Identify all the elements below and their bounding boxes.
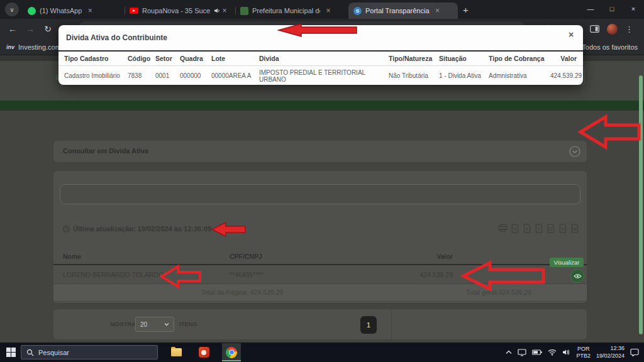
browser-menu-icon[interactable]: ⋮ (625, 25, 633, 34)
red-app-button[interactable] (194, 343, 213, 361)
totals-row: Total da Página: 424.539.29 Total geral:… (53, 284, 587, 300)
view-row-button[interactable] (570, 269, 584, 283)
export-xls-icon[interactable]: X (511, 224, 519, 233)
tab-portal-transparencia[interactable]: S Portal Transparência × (348, 3, 458, 19)
mh-setor: Setor (155, 55, 180, 62)
pagination-bar: MOSTRAR 20 ITENS 1 (53, 309, 587, 339)
eye-icon (574, 273, 582, 279)
results-table: Nome CPF/CNPJ Valor LORENO BERNARDO TOLA… (53, 249, 587, 300)
clock[interactable]: 12:3619/02/2024 (596, 345, 625, 359)
start-button[interactable] (6, 348, 16, 357)
screen: ∨ (1) WhatsApp × RoupaNova - 35 Sucessos… (0, 0, 644, 362)
tab-whatsapp[interactable]: (1) WhatsApp × (23, 3, 125, 19)
row-valor: 424.539.29 (399, 271, 453, 278)
taskbar: Pesquisar PORPTB2 12:3619/02/2024 (0, 343, 644, 362)
svg-text:X: X (514, 227, 517, 231)
clock-icon (63, 226, 70, 233)
file-explorer-button[interactable] (167, 343, 186, 361)
col-nome: Nome (63, 253, 230, 260)
mr-lote: 00000AREA A (211, 72, 259, 79)
chrome-icon (226, 347, 237, 358)
col-cpf: CPF/CNPJ (230, 253, 399, 260)
battery-icon[interactable] (532, 349, 542, 355)
export-pdf-icon[interactable]: P (523, 224, 531, 233)
wifi-icon[interactable] (548, 349, 557, 356)
tab-close-icon[interactable]: × (86, 6, 94, 15)
volume-icon[interactable] (562, 349, 570, 356)
tab-prefeitura[interactable]: Prefeitura Municipal de Quatro × (235, 3, 348, 19)
mr-setor: 0001 (155, 72, 180, 79)
export-txt-icon[interactable]: T (535, 224, 543, 233)
export-rtf-icon[interactable]: R (558, 224, 567, 233)
pagination-divider (391, 309, 392, 339)
page-banner-band (0, 101, 644, 111)
page-1-button[interactable]: 1 (360, 316, 377, 334)
browser-tab-strip: ∨ (1) WhatsApp × RoupaNova - 35 Sucessos… (0, 0, 644, 19)
visualizar-tooltip: Visualizar (550, 258, 584, 267)
close-button[interactable]: × (623, 0, 644, 18)
window-controls: — □ × (580, 0, 644, 19)
tab-search-button[interactable]: ∨ (5, 3, 19, 16)
notification-icon[interactable] (630, 348, 639, 356)
minimize-button[interactable]: — (580, 0, 601, 18)
mh-tipo-natureza: Tipo/Natureza (389, 55, 439, 62)
mr-divida: IMPOSTO PREDIAL E TERRITORIAL URBANO (259, 69, 389, 83)
modal-close-icon[interactable]: × (565, 30, 577, 40)
col-valor: Valor (399, 253, 453, 260)
tab-title: RoupaNova - 35 Sucessos ( (142, 7, 210, 14)
collapse-chevron-icon[interactable] (569, 146, 580, 160)
svg-text:C: C (550, 227, 553, 231)
tab-close-icon[interactable]: × (324, 6, 333, 15)
mh-codigo: Código (128, 55, 155, 62)
last-update: Última atualização: 19/02/2024 às 12:36:… (63, 225, 211, 233)
mh-lote: Lote (211, 55, 259, 62)
divida-ativa-modal: Divida Ativa do Contribuinte × Tipo Cada… (58, 25, 583, 85)
tab-roupanova[interactable]: RoupaNova - 35 Sucessos ( × (125, 3, 235, 19)
total-general: Total geral:424.539.29 (466, 288, 531, 296)
mh-tipo-cadastro: Tipo Cadastro (64, 55, 128, 62)
profile-avatar[interactable] (607, 24, 618, 35)
display-icon[interactable] (518, 349, 526, 356)
split-screen-icon[interactable] (590, 25, 599, 33)
modal-title: Divida Ativa do Contribuinte (66, 33, 167, 42)
back-button[interactable]: ← (4, 24, 21, 34)
mr-valor: 424.539.29 (550, 72, 582, 79)
results-table-header: Nome CPF/CNPJ Valor (53, 249, 587, 265)
tab-title: Portal Transparência (365, 7, 430, 14)
chevron-down-icon (164, 322, 169, 326)
mr-codigo: 7838 (128, 72, 155, 79)
taskbar-tray: PORPTB2 12:3619/02/2024 (506, 345, 644, 359)
table-row[interactable]: LORENO BERNARDO TOLARDO **46495**** 424.… (53, 265, 587, 284)
mh-situacao: Situação (439, 55, 489, 62)
modal-table-row[interactable]: Cadastro Imobiliário 7838 0001 000000 00… (58, 67, 583, 85)
filter-input[interactable] (60, 184, 580, 204)
consultar-section: Consultar em Divida Ativa (53, 141, 587, 162)
new-tab-button[interactable]: + (463, 4, 469, 15)
total-page: Total da Página: 424.539.29 (53, 288, 431, 296)
svg-text:W: W (573, 227, 577, 231)
tab-title: Prefeitura Municipal de Quatro (252, 7, 320, 14)
portal-favicon: S (353, 7, 362, 15)
mr-tipo-cobranca: Admnistrativa (489, 72, 550, 79)
chrome-button[interactable] (222, 343, 241, 361)
tab-close-icon[interactable]: × (220, 6, 229, 15)
mh-divida: Divida (259, 55, 389, 62)
mh-valor: Valor (550, 55, 577, 62)
language-indicator[interactable]: PORPTB2 (576, 346, 591, 359)
row-cpf: **46495**** (230, 271, 399, 278)
youtube-icon (130, 8, 138, 14)
taskbar-search[interactable]: Pesquisar (21, 345, 158, 359)
mh-quadra: Quadra (180, 55, 211, 62)
modal-table-header: Tipo Cadastro Código Setor Quadra Lote D… (58, 50, 583, 66)
reload-button[interactable]: ↻ (39, 24, 57, 34)
export-csv-icon[interactable]: C (547, 224, 555, 233)
forward-button[interactable]: → (21, 24, 39, 34)
print-icon[interactable] (498, 224, 508, 233)
itens-label: ITENS (179, 321, 197, 327)
per-page-select[interactable]: 20 (135, 317, 174, 332)
export-word-icon[interactable]: W (570, 224, 579, 233)
hidden-icons-chevron[interactable] (506, 350, 512, 354)
page-scrollbar[interactable] (639, 75, 643, 334)
tab-close-icon[interactable]: × (433, 6, 442, 15)
maximize-button[interactable]: □ (601, 0, 623, 18)
